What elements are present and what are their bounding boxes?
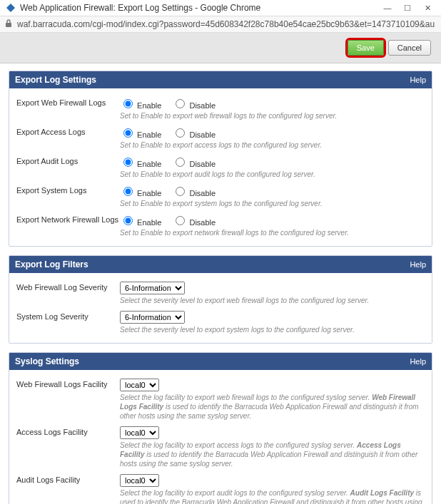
- help-link[interactable]: Help: [410, 76, 426, 84]
- section-title: Export Log Settings: [15, 75, 96, 85]
- radio-disable[interactable]: Disable: [172, 101, 216, 110]
- help-link[interactable]: Help: [410, 260, 426, 269]
- address-bar: waf.barracuda.com/cgi-mod/index.cgi?pass…: [0, 16, 441, 33]
- web-severity-select[interactable]: 6-Information: [120, 282, 185, 294]
- row-system-severity: System Log Severity 6-Information Select…: [16, 308, 425, 337]
- row-label: Export Access Logs: [16, 126, 120, 136]
- row-hint: Select the log facility to export web fi…: [120, 393, 425, 421]
- row-label: System Log Severity: [16, 311, 120, 321]
- radio-enable-input[interactable]: [123, 216, 133, 225]
- lock-icon: [4, 19, 13, 29]
- radio-disable-input[interactable]: [176, 99, 185, 108]
- window-close-icon[interactable]: ✕: [422, 3, 432, 13]
- section-header: Syslog Settings Help: [9, 353, 432, 370]
- radio-disable[interactable]: Disable: [172, 130, 216, 139]
- favicon-icon: [6, 3, 16, 13]
- radio-enable[interactable]: Enable: [120, 160, 161, 168]
- row-label: Access Logs Facility: [16, 426, 120, 436]
- web-facility-select[interactable]: local0: [120, 379, 159, 391]
- radio-disable-input[interactable]: [176, 216, 185, 225]
- row-hint: Select the severity level to export syst…: [120, 325, 425, 334]
- row-label: Audit Logs Facility: [16, 474, 120, 484]
- url-text[interactable]: waf.barracuda.com/cgi-mod/index.cgi?pass…: [17, 19, 437, 29]
- row-export-access: Export Access Logs Enable Disable Set to…: [16, 123, 425, 153]
- section-export-log-settings: Export Log Settings Help Export Web Fire…: [9, 71, 432, 247]
- radio-disable[interactable]: Disable: [172, 160, 216, 168]
- window-minimize-icon[interactable]: —: [382, 3, 392, 13]
- svg-rect-0: [6, 23, 11, 27]
- radio-disable[interactable]: Disable: [172, 189, 216, 197]
- row-web-facility: Web Firewall Logs Facility local0 Select…: [16, 376, 425, 423]
- section-export-log-filters: Export Log Filters Help Web Firewall Log…: [9, 255, 432, 344]
- help-link[interactable]: Help: [410, 357, 426, 366]
- row-hint: Set to Enable to export network firewall…: [120, 228, 425, 237]
- radio-enable-input[interactable]: [123, 99, 133, 108]
- row-web-severity: Web Firewall Log Severity 6-Information …: [16, 279, 425, 308]
- system-severity-select[interactable]: 6-Information: [120, 311, 185, 324]
- row-hint: Select the log facility to export audit …: [120, 488, 425, 504]
- row-export-system: Export System Logs Enable Disable Set to…: [16, 182, 425, 211]
- access-facility-select[interactable]: local0: [120, 426, 159, 439]
- save-button[interactable]: Save: [348, 40, 384, 56]
- row-hint: Set to Enable to export access logs to t…: [120, 140, 425, 150]
- row-export-web-firewall: Export Web Firewall Logs Enable Disable …: [16, 94, 425, 123]
- section-syslog-settings: Syslog Settings Help Web Firewall Logs F…: [9, 352, 432, 504]
- section-header: Export Log Settings Help: [9, 71, 432, 88]
- radio-enable-input[interactable]: [123, 158, 133, 167]
- page-content: Export Log Settings Help Export Web Fire…: [0, 63, 441, 504]
- radio-enable[interactable]: Enable: [120, 101, 161, 110]
- radio-disable-input[interactable]: [176, 187, 185, 196]
- radio-enable-input[interactable]: [123, 187, 133, 196]
- radio-disable-input[interactable]: [176, 128, 185, 138]
- row-hint: Set to Enable to export web firewall log…: [120, 111, 425, 120]
- radio-disable[interactable]: Disable: [172, 218, 216, 227]
- radio-enable-input[interactable]: [123, 128, 133, 138]
- row-label: Web Firewall Log Severity: [16, 282, 120, 292]
- row-export-network-firewall: Export Network Firewall Logs Enable Disa…: [16, 211, 425, 240]
- cancel-button[interactable]: Cancel: [388, 40, 431, 56]
- section-title: Export Log Filters: [15, 259, 88, 269]
- row-label: Web Firewall Logs Facility: [16, 379, 120, 389]
- row-export-audit: Export Audit Logs Enable Disable Set to …: [16, 153, 425, 182]
- radio-enable[interactable]: Enable: [120, 189, 161, 197]
- radio-disable-input[interactable]: [176, 158, 185, 167]
- section-header: Export Log Filters Help: [9, 256, 432, 273]
- row-label: Export Audit Logs: [16, 155, 120, 165]
- row-hint: Select the log facility to export access…: [120, 441, 425, 468]
- row-access-facility: Access Logs Facility local0 Select the l…: [16, 423, 425, 471]
- window-title: Web Application Firewall: Export Log Set…: [20, 3, 382, 13]
- row-hint: Set to Enable to export system logs to t…: [120, 199, 425, 208]
- row-label: Export System Logs: [16, 185, 120, 195]
- window-maximize-icon[interactable]: ☐: [402, 3, 412, 13]
- radio-enable[interactable]: Enable: [120, 218, 161, 227]
- row-label: Export Network Firewall Logs: [16, 214, 120, 224]
- audit-facility-select[interactable]: local0: [120, 474, 159, 487]
- row-hint: Select the severity level to export web …: [120, 296, 425, 305]
- action-button-row: Save Cancel: [0, 33, 441, 63]
- radio-enable[interactable]: Enable: [120, 130, 161, 139]
- row-audit-facility: Audit Logs Facility local0 Select the lo…: [16, 471, 425, 504]
- section-title: Syslog Settings: [15, 356, 79, 366]
- row-label: Export Web Firewall Logs: [16, 97, 120, 107]
- window-titlebar: Web Application Firewall: Export Log Set…: [0, 0, 441, 16]
- row-hint: Set to Enable to export audit logs to th…: [120, 170, 425, 179]
